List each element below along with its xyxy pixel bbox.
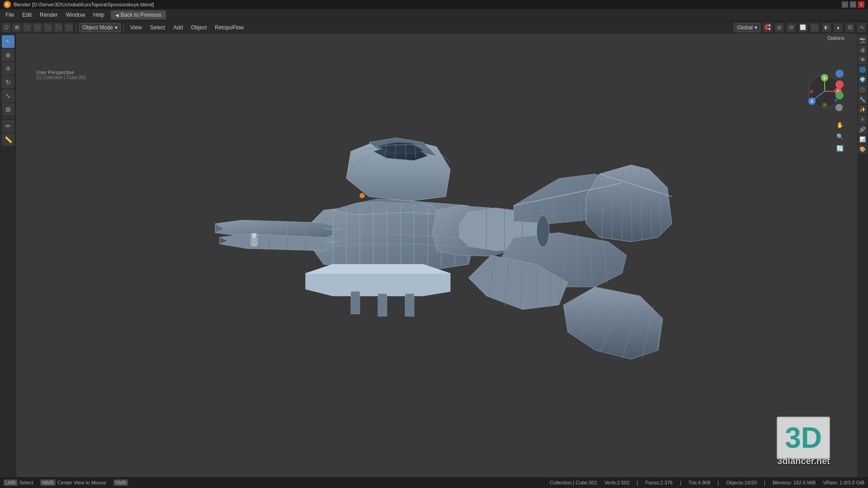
toolbar-overlay-icon[interactable]: ⊙ — [787, 23, 796, 32]
toolbar-icon-1[interactable]: ⬡ — [2, 23, 11, 32]
properties-output-icon[interactable]: 🖨 — [858, 45, 867, 54]
object-mode-chevron: ▾ — [115, 24, 118, 31]
svg-marker-68 — [378, 294, 387, 316]
toolbar-wireframe-icon[interactable]: ⬜ — [798, 23, 807, 32]
toolbar-icon-4[interactable]: ⬛ — [33, 23, 42, 32]
tool-measure[interactable]: 📏 — [2, 133, 14, 146]
tool-rotate[interactable]: ↻ — [2, 76, 14, 89]
menu-window[interactable]: Window — [62, 11, 89, 19]
viewport-perspective: User Perspective — [36, 70, 86, 75]
object-mode-dropdown[interactable]: Object Mode ▾ — [79, 23, 121, 32]
title-bar-left: B Blender [D:\Server3D\Uchoba\KursTopora… — [4, 1, 154, 8]
toolbar-curve-icon[interactable]: ∿ — [857, 23, 866, 32]
main-viewport[interactable]: User Perspective (1) Collection | Cube.0… — [16, 33, 857, 477]
watermark-3d: 3D — [777, 417, 830, 459]
tool-select[interactable]: ↖ — [2, 35, 14, 48]
spacecraft-model — [16, 33, 857, 477]
menu-file[interactable]: File — [2, 11, 18, 19]
toolbar-object[interactable]: Object — [188, 23, 211, 32]
back-to-previous-button[interactable]: ◀ Back to Previous — [111, 10, 166, 19]
title-bar-title: Blender [D:\Server3D\Uchoba\KursTopora\S… — [14, 2, 154, 7]
toolbar-proportional-icon[interactable]: ◎ — [775, 23, 784, 32]
svg-text:Y: Y — [823, 76, 826, 80]
transform-dropdown[interactable]: Global ▾ — [734, 23, 760, 32]
toolbar-solid-icon[interactable]: ⬛ — [810, 23, 819, 32]
toolbar-icon-2[interactable]: ⊞ — [12, 23, 21, 32]
toolbar-icon-5[interactable]: ⬛ — [43, 23, 52, 32]
properties-particles-icon[interactable]: ✨ — [858, 105, 867, 114]
options-button[interactable]: Options — [827, 35, 844, 41]
toolbar-retopoflow[interactable]: RetopoFlow — [211, 23, 247, 32]
toolbar-render-icon[interactable]: ● — [834, 23, 843, 32]
properties-constraints-icon[interactable]: 🔗 — [858, 125, 867, 134]
svg-text:-Y: -Y — [823, 103, 827, 107]
properties-world-icon[interactable]: 🌍 — [858, 75, 867, 84]
status-memory: Memory: 162.6 MiB — [773, 480, 816, 485]
status-icon-3: RMB — [113, 479, 128, 486]
toolbar-select[interactable]: Select — [146, 23, 169, 32]
properties-modifier-icon[interactable]: 🔧 — [858, 95, 867, 104]
toolbar-icon-7[interactable]: ⬛ — [64, 23, 73, 32]
properties-data-icon[interactable]: 📊 — [858, 135, 867, 144]
svg-marker-49 — [586, 165, 672, 242]
toolbar-sep-1 — [76, 24, 76, 31]
status-select: LMB Select — [4, 479, 33, 486]
menu-render[interactable]: Render — [36, 11, 61, 19]
toolbar-mode-icons: ⬡ ⊞ ⬛ ⬛ ⬛ ⬛ ⬛ — [2, 23, 73, 32]
toolbar-xray-icon[interactable]: ⊡ — [845, 23, 854, 32]
view-dot-green[interactable] — [835, 91, 844, 99]
tool-separator — [2, 117, 14, 118]
status-verts: Verts:2.502 — [604, 480, 630, 485]
blender-logo: B — [4, 1, 11, 8]
rotate-icon[interactable]: 🔄 — [835, 144, 844, 153]
toolbar-icon-6[interactable]: ⬛ — [54, 23, 63, 32]
properties-material-icon[interactable]: 🎨 — [858, 145, 867, 154]
status-bar: LMB Select MMB Center View to Mouse RMB … — [0, 477, 868, 488]
right-panel: 📷 🖨 👁 🌐 🌍 ⬡ 🔧 ✨ ⚛ 🔗 📊 🎨 — [857, 33, 868, 477]
svg-marker-67 — [351, 291, 360, 314]
svg-text:Z: Z — [811, 99, 813, 103]
watermark-site: 3dlancer.net — [777, 456, 830, 466]
menu-bar: File Edit Render Window Help ◀ Back to P… — [0, 9, 868, 21]
view-dot-blue[interactable] — [835, 70, 844, 78]
properties-object-icon[interactable]: ⬡ — [858, 85, 867, 94]
close-button[interactable]: × — [858, 1, 864, 8]
tool-move[interactable]: ✛ — [2, 62, 14, 75]
status-collection: Collection | Cube.001 — [550, 480, 597, 485]
tool-annotate[interactable]: ✏ — [2, 120, 14, 132]
object-mode-label: Object Mode — [82, 24, 113, 31]
tool-transform[interactable]: ⊞ — [2, 103, 14, 116]
toolbar-right: Global ▾ 🧲 ◎ ⊙ ⬜ ⬛ ◐ ● ⊡ ∿ — [734, 23, 866, 32]
properties-scene-icon[interactable]: 🌐 — [858, 65, 867, 74]
toolbar: ⬡ ⊞ ⬛ ⬛ ⬛ ⬛ ⬛ Object Mode ▾ View Select … — [0, 21, 868, 33]
right-side-icons: ✋ 🔍 🔄 — [835, 70, 844, 153]
toolbar-snap-icon[interactable]: 🧲 — [763, 23, 772, 32]
properties-render-icon[interactable]: 📷 — [858, 35, 867, 44]
pan-icon[interactable]: ✋ — [835, 120, 844, 129]
view-dot-red[interactable] — [835, 80, 844, 89]
toolbar-icon-3[interactable]: ⬛ — [23, 23, 32, 32]
title-bar-controls: − □ × — [842, 1, 864, 8]
viewport-collection: (1) Collection | Cube.001 — [36, 75, 86, 80]
properties-view-icon[interactable]: 👁 — [858, 55, 867, 64]
zoom-icon[interactable]: 🔍 — [835, 132, 844, 141]
toolbar-view[interactable]: View — [127, 23, 146, 32]
properties-physics-icon[interactable]: ⚛ — [858, 115, 867, 124]
minimize-button[interactable]: − — [842, 1, 848, 8]
menu-help[interactable]: Help — [90, 11, 108, 19]
toolbar-add[interactable]: Add — [170, 23, 186, 32]
maximize-button[interactable]: □ — [850, 1, 856, 8]
tool-cursor[interactable]: ⊕ — [2, 49, 14, 61]
svg-point-89 — [537, 216, 549, 247]
toolbar-mat-icon[interactable]: ◐ — [822, 23, 831, 32]
menu-edit[interactable]: Edit — [19, 11, 35, 19]
status-tris: Tris:4.908 — [689, 480, 711, 485]
status-vram: VRam: 1.0/3.0 GiB — [823, 480, 864, 485]
status-center-view: MMB Center View to Mouse — [40, 479, 106, 486]
tool-scale[interactable]: ⤡ — [2, 89, 14, 102]
status-faces: Faces:2.376 — [645, 480, 673, 485]
svg-point-71 — [252, 233, 256, 238]
left-tool-panel: ↖ ⊕ ✛ ↻ ⤡ ⊞ ✏ 📏 — [0, 33, 16, 477]
view-dot-gray[interactable] — [835, 104, 843, 111]
transform-label: Global — [737, 24, 753, 31]
